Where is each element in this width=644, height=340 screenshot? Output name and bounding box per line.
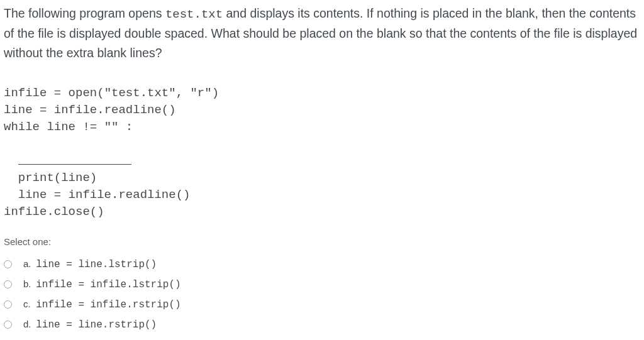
- code-line-3: while line != "" :: [4, 120, 133, 134]
- options-list: a. line = line.lstrip() b. infile = infi…: [4, 255, 640, 335]
- radio-icon[interactable]: [4, 321, 12, 329]
- option-c[interactable]: c. infile = infile.rstrip(): [4, 295, 640, 315]
- option-label: a. line = line.lstrip(): [23, 258, 157, 270]
- option-letter: b.: [23, 278, 33, 289]
- option-b[interactable]: b. infile = infile.lstrip(): [4, 275, 640, 295]
- option-text: line = line.lstrip(): [36, 259, 157, 270]
- option-text: infile = infile.lstrip(): [36, 279, 180, 290]
- option-text: infile = infile.rstrip(): [36, 299, 180, 310]
- option-letter: c.: [23, 299, 33, 309]
- code-line-2: line = infile.readline(): [4, 103, 176, 117]
- option-letter: a.: [23, 258, 33, 269]
- question-page: The following program opens test.txt and…: [0, 0, 644, 339]
- radio-icon[interactable]: [4, 300, 12, 309]
- option-text: line = line.rstrip(): [36, 319, 157, 331]
- code-line-1: infile = open("test.txt", "r"): [4, 86, 219, 100]
- question-stem: The following program opens test.txt and…: [4, 4, 640, 62]
- option-label: b. infile = infile.lstrip(): [23, 278, 181, 290]
- option-letter: d.: [23, 319, 33, 329]
- option-a[interactable]: a. line = line.lstrip(): [4, 255, 640, 275]
- code-line-5: line = infile.readline(): [18, 188, 191, 202]
- radio-icon[interactable]: [4, 280, 12, 288]
- stem-mono-1: test.txt: [165, 8, 223, 21]
- code-blank-line: [18, 152, 131, 165]
- stem-text-1: The following program opens: [4, 6, 165, 20]
- code-line-4: print(line): [18, 171, 97, 185]
- option-d[interactable]: d. line = line.rstrip(): [4, 315, 640, 335]
- radio-icon[interactable]: [4, 260, 12, 268]
- code-block: infile = open("test.txt", "r") line = in…: [4, 69, 640, 220]
- option-label: d. line = line.rstrip(): [23, 319, 157, 331]
- select-one-label: Select one:: [4, 236, 640, 247]
- option-label: c. infile = infile.rstrip(): [23, 299, 181, 310]
- code-line-6: infile.close(): [4, 205, 104, 219]
